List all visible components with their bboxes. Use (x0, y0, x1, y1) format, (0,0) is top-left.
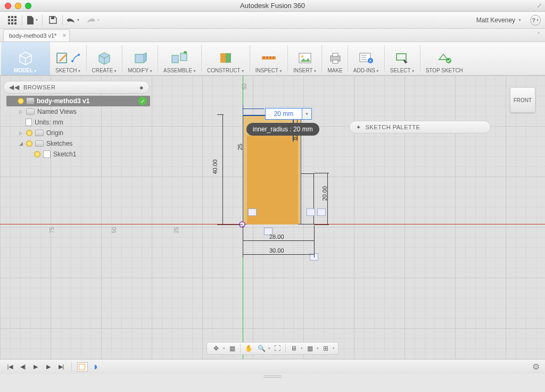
lightbulb-icon[interactable] (26, 130, 32, 136)
constraint-icon[interactable] (317, 208, 326, 216)
dimension-height[interactable]: 40.00 (212, 160, 218, 174)
timeline-play-button[interactable]: ▶ (31, 362, 40, 372)
timeline-feature-sketch[interactable] (77, 362, 88, 372)
ribbon-addins[interactable]: ADD-INS▼ (348, 42, 385, 75)
timeline-start-button[interactable]: |◀ (5, 362, 15, 372)
display-settings-button[interactable]: 🖥 (288, 343, 300, 354)
zoom-button[interactable]: 🔍 (255, 343, 267, 354)
sketch-notch[interactable] (301, 173, 314, 224)
ribbon-insert[interactable]: INSERT▼ (288, 42, 322, 75)
svg-rect-4 (11, 19, 13, 21)
ruler-mark: 25 (174, 227, 179, 233)
twist-down-icon[interactable]: ◢ (18, 141, 23, 146)
lightbulb-icon[interactable] (26, 140, 32, 147)
dim-extension (243, 105, 243, 114)
sketch-icon (43, 151, 51, 158)
ribbon-select[interactable]: SELECT▼ (385, 42, 420, 75)
construct-icon (218, 51, 233, 65)
svg-rect-18 (220, 53, 226, 63)
document-tab[interactable]: body-method3 v1* × (3, 29, 70, 41)
orbit-button[interactable]: ✥ (210, 343, 222, 354)
tree-item-origin[interactable]: ▷ Origin (6, 128, 150, 138)
resize-grip[interactable] (0, 374, 545, 379)
redo-button[interactable]: ▼ (85, 14, 101, 27)
workspace-switcher[interactable]: MODEL▼ (1, 42, 50, 75)
image-icon (298, 52, 312, 64)
tree-item-units[interactable]: Units: mm (6, 117, 150, 128)
user-menu[interactable]: Matt Keveney ▼ (476, 16, 522, 24)
tree-root-label: body-method3 v1 (37, 97, 89, 105)
ribbon-stop-sketch[interactable]: STOP SKETCH (420, 42, 468, 75)
quick-access-toolbar: ▼ ▼ ▼ Matt Keveney ▼ ?▼ (0, 12, 545, 29)
constraint-icon[interactable] (307, 208, 315, 216)
save-button[interactable] (45, 14, 61, 27)
undo-button[interactable]: ▼ (65, 14, 81, 27)
sketch-palette-title: SKETCH PALETTE (366, 124, 420, 130)
tree-item-named-views[interactable]: ▷ Named Views (6, 106, 150, 117)
viewport-layout-button[interactable]: ⊞ (320, 343, 332, 354)
dimension-dropdown[interactable]: ▼ (302, 108, 312, 120)
twist-down-icon[interactable]: ◢ (10, 98, 15, 104)
dimension-right-height[interactable]: 20.00 (321, 186, 328, 201)
pan-button[interactable]: ✋ (243, 343, 254, 354)
dimension-edit[interactable]: ▼ (265, 108, 312, 120)
fullscreen-icon[interactable]: ⤢ (537, 2, 542, 9)
dim-line (243, 254, 314, 255)
redo-icon (86, 17, 96, 23)
close-tab-icon[interactable]: × (62, 32, 66, 39)
collapse-left-icon[interactable]: ◀◀ (9, 84, 19, 91)
svg-rect-14 (172, 55, 178, 63)
gear-icon[interactable]: ✦ (356, 124, 361, 131)
svg-rect-32 (397, 54, 406, 60)
press-pull-icon (133, 51, 148, 65)
svg-rect-6 (8, 22, 10, 24)
ribbon-sketch[interactable]: SKETCH▼ (50, 42, 87, 75)
tree-root[interactable]: ◢ body-method3 v1 ✓ (6, 96, 150, 106)
folder-icon (26, 109, 35, 115)
view-cube-face: FRONT (514, 97, 532, 103)
lightbulb-icon[interactable] (18, 98, 24, 104)
timeline-settings-icon[interactable]: ⚙ (532, 362, 540, 372)
timeline-back-button[interactable]: ◀| (18, 362, 28, 372)
dimension-bottom-outer[interactable]: 30.00 (269, 247, 284, 254)
ribbon-construct[interactable]: CONSTRUCT▼ (202, 42, 250, 75)
dimension-inner-left[interactable]: 25 (237, 144, 243, 150)
lightbulb-icon[interactable] (34, 151, 40, 157)
ribbon-toolbar: MODEL▼ SKETCH▼ CREATE▼ MODIFY▼ + ASSEMBL… (0, 42, 545, 76)
measure-icon (261, 53, 277, 63)
sketch-palette-header[interactable]: ✦ SKETCH PALETTE (349, 121, 491, 134)
browser-options-icon[interactable]: ● (139, 84, 144, 91)
app-menu-button[interactable] (4, 14, 20, 27)
dimension-bottom-inner[interactable]: 28.00 (269, 233, 284, 240)
fit-button[interactable]: ⛶ (271, 343, 283, 354)
tree-item-sketches[interactable]: ◢ Sketches (6, 138, 150, 149)
timeline-marker[interactable]: ◗ (91, 362, 101, 372)
dim-extension (217, 224, 243, 225)
dimension-input[interactable] (265, 108, 302, 120)
constraint-icon[interactable] (248, 208, 257, 216)
browser-panel-header[interactable]: ◀◀ BROWSER ● (3, 81, 150, 94)
timeline-fwd-button[interactable]: ▶ (44, 362, 53, 372)
twist-right-icon[interactable]: ▷ (18, 109, 23, 114)
ribbon-inspect[interactable]: INSPECT▼ (250, 42, 288, 75)
timeline-end-button[interactable]: ▶| (56, 362, 66, 372)
look-at-button[interactable]: ▦ (226, 343, 238, 354)
grid-settings-button[interactable]: ▦ (304, 343, 316, 354)
file-menu-button[interactable]: ▼ (24, 14, 40, 27)
window-titlebar: Autodesk Fusion 360 ⤢ (0, 0, 545, 12)
document-tab-bar: body-method3 v1* × ˆ (0, 29, 545, 42)
tree-item-sketch1[interactable]: Sketch1 (6, 149, 150, 160)
svg-rect-28 (333, 53, 338, 56)
collapse-ribbon-icon[interactable]: ˆ (538, 32, 540, 39)
help-button[interactable]: ?▼ (530, 15, 541, 26)
ribbon-modify[interactable]: MODIFY▼ (122, 42, 158, 75)
pencil-square-icon (56, 52, 68, 64)
ribbon-create[interactable]: CREATE▼ (87, 42, 123, 75)
ribbon-make[interactable]: MAKE (322, 42, 348, 75)
canvas-area[interactable]: 75 50 25 50 ◀◀ BROWSER ● ◢ body-method3 … (0, 76, 545, 359)
cube-icon (16, 49, 35, 66)
twist-right-icon[interactable]: ▷ (18, 130, 23, 136)
ribbon-assemble[interactable]: + ASSEMBLE▼ (158, 42, 202, 75)
navigation-toolbar: ✥▾ ▦ ✋ 🔍▾ ⛶ 🖥▾ ▦▾ ⊞▾ (207, 342, 338, 355)
view-cube[interactable]: FRONT (510, 87, 535, 113)
